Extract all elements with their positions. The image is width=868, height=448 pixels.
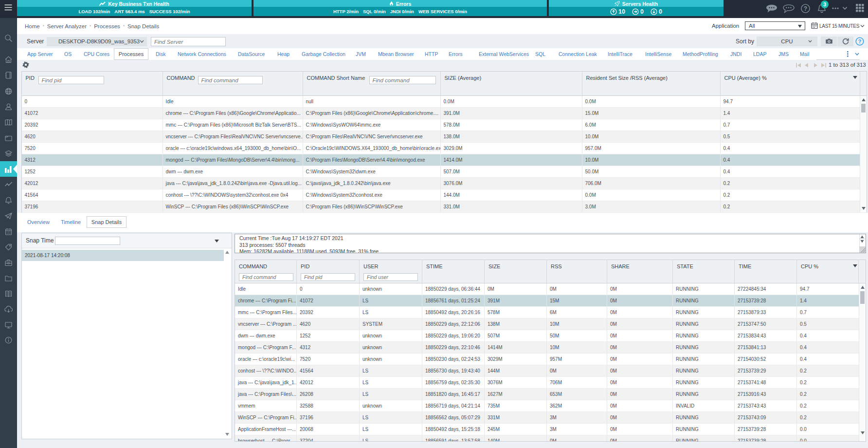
- svg-text:?: ?: [858, 38, 861, 44]
- svg-text:?: ?: [804, 5, 807, 12]
